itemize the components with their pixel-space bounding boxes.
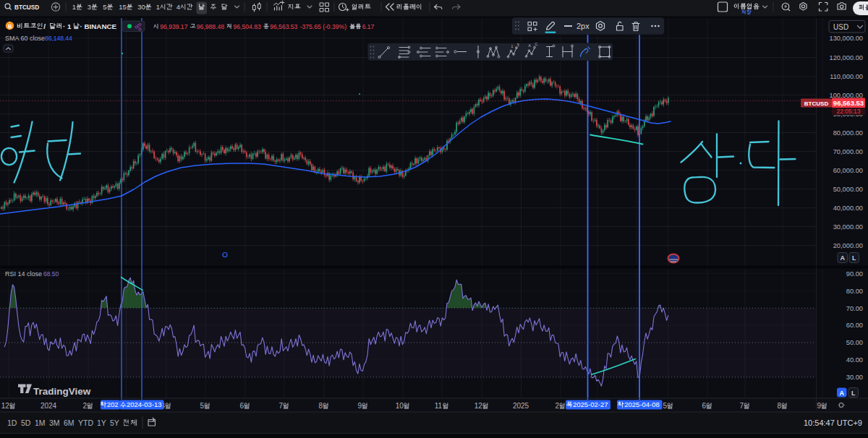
svg-text:· 1: · 1 — [63, 22, 72, 30]
svg-text:30,000.00: 30,000.00 — [833, 223, 863, 231]
svg-text:2024-03-13: 2024-03-13 — [127, 400, 162, 408]
svg-text:7: 7 — [279, 402, 284, 410]
svg-text:BTCUSD: BTCUSD — [804, 100, 829, 107]
svg-text:5: 5 — [517, 43, 519, 47]
svg-text:8: 8 — [319, 402, 323, 410]
svg-text:60,000.00: 60,000.00 — [833, 167, 863, 174]
svg-text:68.50: 68.50 — [43, 270, 59, 278]
svg-text:3M: 3M — [49, 418, 60, 427]
svg-text:A: A — [840, 254, 845, 262]
svg-text:2025-02-27: 2025-02-27 — [573, 400, 608, 408]
svg-text:2: 2 — [556, 402, 560, 410]
svg-text:130,000.00: 130,000.00 — [829, 35, 863, 42]
svg-text:6: 6 — [240, 402, 244, 410]
svg-text:6: 6 — [702, 402, 707, 410]
svg-text:C: C — [535, 42, 538, 46]
svg-text:SMA 60 close: SMA 60 close — [5, 35, 45, 42]
svg-text:5Y: 5Y — [110, 418, 119, 427]
svg-text:30: 30 — [137, 3, 145, 11]
svg-text:9: 9 — [358, 402, 362, 410]
svg-text:6M: 6M — [64, 418, 75, 427]
svg-text:1: 1 — [72, 3, 76, 11]
svg-text:1: 1 — [511, 44, 514, 48]
svg-text:70,000.00: 70,000.00 — [833, 148, 863, 155]
svg-text:90.00: 90.00 — [846, 270, 863, 278]
svg-text:30.00: 30.00 — [846, 374, 863, 381]
svg-text:· BINANCE: · BINANCE — [80, 22, 117, 30]
svg-text:2px: 2px — [576, 22, 590, 30]
svg-text:12: 12 — [475, 402, 483, 410]
svg-text:96,988.48: 96,988.48 — [197, 23, 224, 30]
svg-text:20,000.00: 20,000.00 — [833, 242, 863, 249]
svg-text:22:05:13: 22:05:13 — [836, 108, 860, 115]
svg-text:10:54:47 UTC+9: 10:54:47 UTC+9 — [804, 418, 862, 427]
svg-text:60.00: 60.00 — [846, 322, 863, 329]
svg-text:RSI 14 close: RSI 14 close — [5, 270, 42, 278]
svg-text:86,148.44: 86,148.44 — [45, 35, 72, 42]
svg-text:1M: 1M — [35, 418, 46, 427]
svg-text:3: 3 — [88, 3, 91, 11]
svg-text:4: 4 — [176, 3, 180, 11]
svg-text:2025: 2025 — [513, 402, 529, 410]
svg-text:7: 7 — [740, 402, 744, 410]
svg-text:96,504.83: 96,504.83 — [234, 23, 261, 30]
svg-text:L: L — [851, 390, 856, 397]
svg-text:12: 12 — [1, 402, 10, 410]
svg-text:2: 2 — [83, 402, 88, 410]
svg-text:40.00: 40.00 — [846, 356, 863, 364]
svg-text:10: 10 — [396, 402, 404, 410]
svg-text:YTD: YTD — [78, 418, 93, 427]
svg-text:TradingView: TradingView — [33, 386, 91, 397]
svg-text:96,563.53: 96,563.53 — [270, 23, 297, 30]
svg-text:40,000.00: 40,000.00 — [833, 205, 863, 212]
svg-text:9: 9 — [817, 402, 822, 410]
svg-text:1: 1 — [156, 3, 160, 11]
svg-text:2025-04-08: 2025-04-08 — [624, 400, 660, 408]
svg-text:8: 8 — [778, 402, 782, 410]
svg-text:5: 5 — [103, 3, 106, 11]
svg-text:1Y: 1Y — [97, 418, 106, 427]
svg-text:96,939.17: 96,939.17 — [160, 23, 187, 30]
svg-text:15: 15 — [119, 3, 127, 11]
svg-text:100,000.00: 100,000.00 — [829, 92, 863, 99]
svg-text:L: L — [852, 254, 856, 262]
svg-text:80.00: 80.00 — [846, 288, 863, 295]
svg-text:BTCUSD: BTCUSD — [14, 4, 39, 11]
svg-text:50.00: 50.00 — [846, 339, 863, 346]
svg-text:202: 202 — [107, 400, 119, 408]
svg-text:2024: 2024 — [41, 402, 57, 410]
svg-text:11: 11 — [435, 402, 443, 410]
svg-text:70.00: 70.00 — [846, 305, 863, 312]
svg-text:5D: 5D — [21, 418, 31, 427]
svg-text:A: A — [839, 390, 844, 397]
svg-text:5: 5 — [200, 402, 205, 410]
svg-text:96,563.53: 96,563.53 — [833, 99, 864, 107]
svg-text:-375.65 (-0.39%): -375.65 (-0.39%) — [300, 23, 347, 30]
svg-text:6.17: 6.17 — [362, 23, 375, 30]
svg-text:1D: 1D — [7, 418, 17, 427]
svg-text:110,000.00: 110,000.00 — [830, 73, 863, 80]
svg-text:50,000.00: 50,000.00 — [833, 186, 863, 193]
svg-text:B: B — [8, 23, 12, 30]
svg-text:80,000.00: 80,000.00 — [833, 129, 863, 137]
svg-text:5: 5 — [663, 402, 668, 410]
svg-text:/: / — [43, 22, 46, 30]
svg-text:120,000.00: 120,000.00 — [829, 54, 863, 61]
svg-text:USD: USD — [833, 23, 848, 31]
